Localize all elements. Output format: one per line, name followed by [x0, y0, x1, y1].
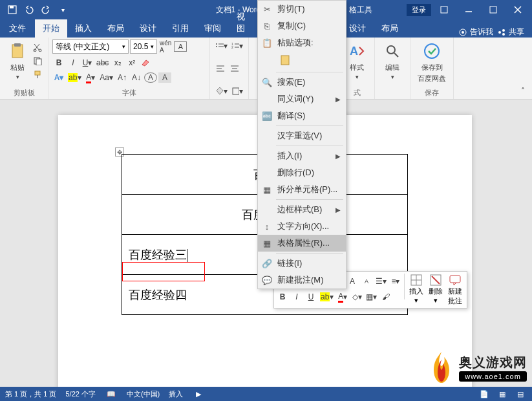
mini-shrink-font-icon[interactable]: A: [360, 275, 373, 288]
grow-font-icon[interactable]: A↑: [116, 71, 129, 84]
clear-format-icon[interactable]: [140, 56, 153, 69]
edit-button[interactable]: 编辑▾: [379, 39, 406, 81]
login-button[interactable]: 登录: [407, 4, 431, 16]
tab-home[interactable]: 开始: [35, 19, 67, 38]
svg-rect-36: [233, 88, 239, 94]
copy-icon[interactable]: [31, 54, 44, 67]
align-left-icon[interactable]: [214, 62, 227, 75]
strikethrough-icon[interactable]: abc: [95, 56, 110, 69]
cm-reselect[interactable]: 汉字重选(V): [258, 127, 346, 144]
link-icon: 🔗: [262, 258, 272, 268]
mini-highlight-icon[interactable]: ab▾: [319, 290, 335, 303]
cm-tableprops[interactable]: ▦表格属性(R)...: [258, 235, 346, 252]
status-page[interactable]: 第 1 页，共 1 页: [5, 389, 56, 399]
tellme[interactable]: 告诉我: [458, 27, 493, 38]
shading-icon[interactable]: ▾: [214, 85, 229, 98]
tab-table-layout[interactable]: 布局: [374, 19, 406, 38]
svg-rect-2: [441, 6, 447, 13]
char-shading-icon[interactable]: A: [158, 72, 171, 83]
cut-icon[interactable]: [31, 41, 44, 54]
bullets-icon[interactable]: ▾: [214, 39, 229, 52]
tab-design[interactable]: 设计: [132, 19, 164, 38]
status-language[interactable]: 中文(中国): [127, 389, 160, 399]
close-icon[interactable]: [506, 1, 529, 19]
cm-cut[interactable]: ✂剪切(T): [258, 1, 346, 17]
cm-copy[interactable]: ⎘复制(C): [258, 17, 346, 34]
align-center-icon[interactable]: [228, 62, 241, 75]
styles-button[interactable]: A 样式▾: [343, 39, 370, 81]
group-baidu-label: 保存: [414, 87, 449, 98]
cm-search[interactable]: 🔍搜索(E): [258, 74, 346, 91]
shrink-font-icon[interactable]: A↓: [130, 71, 143, 84]
mini-grow-font-icon[interactable]: A: [346, 275, 359, 288]
mini-bold-icon[interactable]: B: [276, 290, 289, 303]
cm-deleterow[interactable]: 删除行(D): [258, 164, 346, 181]
group-clipboard-label: 剪贴板: [4, 87, 44, 98]
mini-font-color-icon[interactable]: A▾: [336, 290, 349, 303]
cm-synonym[interactable]: 同义词(Y)▶: [258, 91, 346, 107]
share-button[interactable]: 共享: [497, 27, 524, 38]
save-icon[interactable]: [5, 3, 19, 17]
cm-newcomment[interactable]: 💬新建批注(M): [258, 272, 346, 288]
mini-numbering-icon[interactable]: ≡▾: [389, 275, 402, 288]
phonetic-guide-icon[interactable]: wénA: [158, 40, 173, 53]
baidu-save-button[interactable]: 保存到 百度网盘: [414, 39, 449, 85]
cm-borderstyle[interactable]: 边框样式(B)▶: [258, 201, 346, 218]
bold-icon[interactable]: B: [52, 56, 65, 69]
status-insert-mode[interactable]: 插入: [169, 389, 183, 399]
mini-comment-button[interactable]: 新建批注: [445, 274, 465, 306]
mini-underline-icon[interactable]: U: [304, 290, 317, 303]
borders-icon[interactable]: ▾: [230, 85, 245, 98]
tab-insert[interactable]: 插入: [67, 19, 100, 38]
group-paragraph: ▾ 12▾ ▾ ▾: [210, 38, 249, 99]
mini-delete-button[interactable]: 删除▾: [426, 274, 445, 306]
view-print-icon[interactable]: ▦: [496, 387, 509, 400]
superscript-icon[interactable]: x²: [125, 56, 138, 69]
char-border-icon[interactable]: A: [174, 41, 187, 52]
tab-file[interactable]: 文件: [0, 19, 35, 38]
cm-translate[interactable]: 🔤翻译(S): [258, 107, 346, 124]
char-case-icon[interactable]: Aa▾: [98, 71, 114, 84]
status-macro-icon[interactable]: ▶: [192, 387, 205, 400]
subscript-icon[interactable]: x₂: [111, 56, 124, 69]
cm-link[interactable]: 🔗链接(I): [258, 255, 346, 272]
underline-icon[interactable]: U▾: [81, 56, 94, 69]
mini-insert-button[interactable]: 插入▾: [407, 274, 426, 306]
mini-format-painter-icon[interactable]: 🖌: [379, 290, 392, 303]
undo-icon[interactable]: [22, 3, 36, 17]
comment-icon: 💬: [262, 275, 272, 285]
highlight-icon[interactable]: ab▾: [67, 71, 83, 84]
minimize-icon[interactable]: [457, 1, 480, 19]
view-read-icon[interactable]: 📄: [478, 387, 491, 400]
cm-insert[interactable]: 插入(I)▶: [258, 147, 346, 164]
redo-icon[interactable]: [39, 3, 53, 17]
mini-shading-icon[interactable]: ◇▾: [350, 290, 363, 303]
format-painter-icon[interactable]: [31, 68, 44, 81]
mini-bullets-icon[interactable]: ☰▾: [374, 275, 388, 288]
ribbon-collapse-icon[interactable]: ˄: [516, 85, 529, 98]
font-name-select[interactable]: 等线 (中文正文)▾: [52, 39, 129, 54]
tab-review[interactable]: 审阅: [197, 19, 229, 38]
status-spellcheck-icon[interactable]: 📖: [105, 387, 118, 400]
maximize-icon[interactable]: [482, 1, 505, 19]
tab-view[interactable]: 视图: [229, 8, 246, 38]
cm-textdir[interactable]: ↕文字方向(X)...: [258, 218, 346, 235]
paste-keep-format-icon[interactable]: [277, 52, 293, 68]
enclosed-char-icon[interactable]: A: [144, 72, 157, 83]
status-words[interactable]: 5/22 个字: [65, 389, 95, 399]
font-size-select[interactable]: 20.5▾: [130, 39, 157, 54]
paste-button[interactable]: 粘贴▾: [4, 39, 31, 81]
numbering-icon[interactable]: 12▾: [230, 39, 245, 52]
ribbon-options-icon[interactable]: [432, 1, 456, 19]
mini-italic-icon[interactable]: I: [290, 290, 303, 303]
italic-icon[interactable]: I: [67, 56, 80, 69]
qat-dropdown-icon[interactable]: ▾: [56, 3, 70, 17]
tab-references[interactable]: 引用: [164, 19, 197, 38]
mini-borders-icon[interactable]: ▦▾: [365, 290, 378, 303]
cm-splitcell[interactable]: ▦拆分单元格(P)...: [258, 181, 346, 198]
tab-layout[interactable]: 布局: [100, 19, 132, 38]
font-color-icon[interactable]: A▾: [84, 71, 97, 84]
group-clipboard: 粘贴▾ 剪贴板: [0, 38, 48, 99]
view-web-icon[interactable]: ▤: [514, 387, 527, 400]
text-effects-icon[interactable]: A▾: [52, 71, 65, 84]
